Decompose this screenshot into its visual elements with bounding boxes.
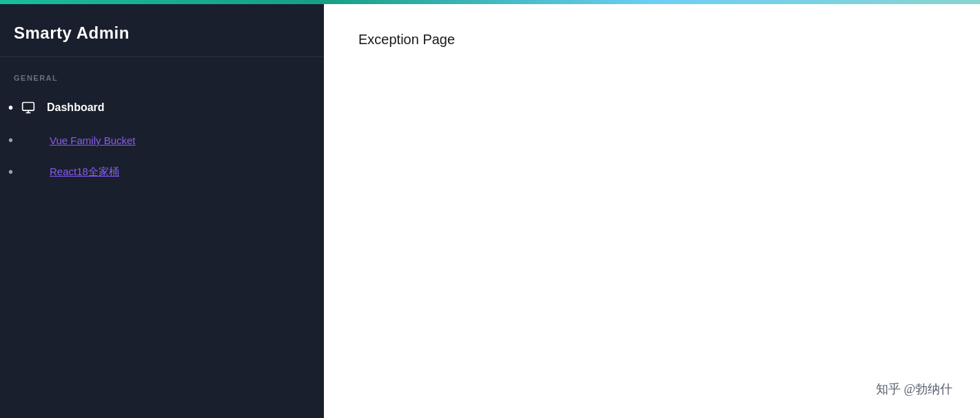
- main-content: Exception Page: [324, 4, 980, 418]
- sidebar-item-dashboard[interactable]: Dashboard: [0, 90, 324, 125]
- sidebar: Smarty Admin GENERAL Dashboard Vue Famil…: [0, 4, 324, 418]
- sidebar-item-vue-family-bucket[interactable]: Vue Family Bucket: [0, 125, 324, 156]
- sidebar-section-label: GENERAL: [0, 57, 324, 90]
- sidebar-item-label-react18: React18全家桶: [50, 166, 119, 179]
- sidebar-item-react18[interactable]: React18全家桶: [0, 156, 324, 188]
- sidebar-title: Smarty Admin: [14, 23, 130, 42]
- svg-rect-0: [23, 103, 34, 111]
- sidebar-nav: Dashboard Vue Family Bucket React18全家桶: [0, 90, 324, 188]
- sidebar-item-label-vue-family-bucket: Vue Family Bucket: [50, 135, 136, 146]
- sidebar-header: Smarty Admin: [0, 4, 324, 57]
- sidebar-item-label-dashboard: Dashboard: [47, 101, 105, 114]
- monitor-icon: [21, 100, 36, 115]
- page-title: Exception Page: [358, 32, 946, 48]
